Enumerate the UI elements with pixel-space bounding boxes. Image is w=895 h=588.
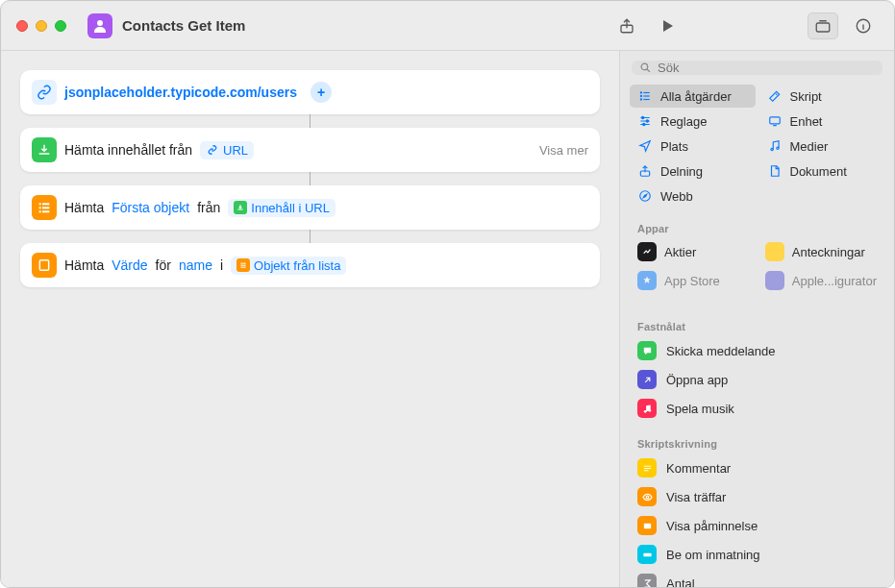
download-icon [32, 137, 57, 162]
category-scripting[interactable]: Skript [759, 85, 885, 108]
eye-icon [637, 487, 657, 506]
fullscreen-window-button[interactable] [55, 20, 66, 32]
alert-icon [637, 516, 657, 535]
category-controls[interactable]: Reglage [630, 110, 756, 133]
input-icon [637, 545, 657, 564]
pinned-header: Fastnålat [620, 313, 894, 336]
svg-point-25 [770, 148, 772, 150]
category-web[interactable]: Webb [630, 184, 756, 208]
svg-point-17 [640, 95, 642, 97]
library-button[interactable] [808, 12, 838, 39]
selector-param[interactable]: Första objekt [112, 200, 189, 215]
from-label: från [197, 200, 220, 215]
svg-point-34 [646, 496, 649, 499]
share-button[interactable] [611, 12, 642, 39]
apps-grid: Aktier Anteckningar App Store Apple...ig… [620, 238, 894, 302]
category-documents[interactable]: Dokument [759, 159, 885, 183]
url-value[interactable]: jsonplaceholder.typicode.com/users [64, 85, 297, 100]
link-mini-icon [206, 143, 219, 157]
svg-rect-32 [643, 468, 650, 469]
category-device[interactable]: Enhet [759, 110, 885, 133]
search-icon [639, 61, 652, 74]
get-contents-action[interactable]: Hämta innehållet från URL Visa mer [20, 128, 600, 172]
svg-rect-10 [39, 260, 48, 271]
app-notes[interactable]: Anteckningar [758, 238, 884, 265]
run-button[interactable] [652, 12, 683, 39]
value-param[interactable]: Värde [112, 257, 147, 273]
appstore-icon [637, 271, 657, 290]
category-all-actions[interactable]: Alla åtgärder [630, 85, 756, 108]
svg-point-14 [641, 63, 648, 70]
svg-rect-7 [42, 207, 49, 208]
category-media[interactable]: Medier [759, 135, 885, 158]
svg-rect-16 [643, 92, 649, 93]
svg-point-0 [97, 20, 103, 26]
message-icon [637, 341, 657, 360]
key-param[interactable]: name [179, 257, 212, 273]
document-icon [767, 163, 783, 179]
stocks-icon [637, 242, 657, 261]
svg-point-30 [648, 408, 651, 411]
minimize-window-button[interactable] [36, 20, 47, 32]
search-input[interactable] [658, 61, 875, 75]
wand-icon [767, 88, 783, 104]
app-appstore[interactable]: App Store [630, 267, 754, 294]
add-url-button[interactable]: + [311, 82, 332, 103]
scripting-show-alert[interactable]: Visa påminnelse [630, 511, 884, 540]
svg-point-23 [643, 123, 645, 125]
get-item-action[interactable]: Hämta Första objekt från Innehåll i URL [20, 185, 600, 230]
info-button[interactable] [848, 12, 879, 39]
url-action[interactable]: jsonplaceholder.typicode.com/users + [20, 70, 600, 114]
svg-rect-11 [240, 263, 245, 264]
in-label: i [220, 257, 223, 273]
device-icon [767, 113, 783, 129]
list-icon [32, 195, 57, 220]
category-location[interactable]: Plats [630, 135, 756, 158]
action-label: Hämta [64, 257, 104, 273]
window-body: jsonplaceholder.typicode.com/users + Häm… [1, 51, 894, 587]
action-label: Hämta innehållet från [64, 142, 192, 158]
open-icon [637, 370, 657, 389]
scripting-ask-input[interactable]: Be om inmatning [630, 540, 884, 569]
music-icon [767, 138, 783, 154]
location-icon [637, 138, 653, 154]
get-dictionary-value-action[interactable]: Hämta Värde för name i Objekt från lista [20, 243, 600, 287]
connector [310, 230, 311, 243]
svg-rect-4 [39, 203, 41, 205]
pinned-open-app[interactable]: Öppna app [630, 365, 884, 394]
app-stocks[interactable]: Aktier [630, 238, 754, 265]
svg-rect-13 [240, 267, 245, 268]
category-sharing[interactable]: Delning [630, 159, 756, 183]
scripting-comment[interactable]: Kommentar [630, 453, 884, 482]
safari-icon [637, 188, 653, 204]
url-variable[interactable]: URL [200, 141, 254, 159]
window-title: Contacts Get Item [122, 17, 602, 34]
svg-point-28 [640, 191, 651, 202]
music-app-icon [637, 399, 657, 418]
connector [310, 114, 311, 128]
list-bullet-icon [637, 88, 653, 104]
pinned-play-music[interactable]: Spela musik [630, 394, 884, 423]
svg-point-21 [642, 116, 644, 118]
sum-icon [637, 574, 657, 587]
workflow-canvas[interactable]: jsonplaceholder.typicode.com/users + Häm… [1, 51, 619, 587]
source-variable[interactable]: Objekt från lista [231, 257, 346, 275]
pinned-send-message[interactable]: Skicka meddelande [630, 336, 884, 365]
scripting-count[interactable]: Antal [630, 569, 884, 587]
pinned-list: Skicka meddelande Öppna app Spela musik [620, 336, 894, 423]
svg-rect-12 [240, 265, 245, 266]
svg-rect-6 [39, 207, 41, 208]
source-variable[interactable]: Innehåll i URL [228, 199, 336, 217]
svg-point-19 [640, 98, 642, 100]
close-window-button[interactable] [16, 20, 28, 32]
search-field[interactable] [632, 61, 883, 75]
svg-point-22 [646, 120, 648, 122]
list-mini-icon [236, 258, 250, 272]
scripting-show-result[interactable]: Visa träffar [630, 482, 884, 511]
svg-rect-9 [42, 210, 49, 212]
link-icon [32, 80, 57, 105]
show-more-button[interactable]: Visa mer [539, 143, 588, 158]
svg-point-26 [776, 147, 778, 149]
app-configurator[interactable]: Apple...igurator [758, 267, 884, 294]
action-library-sidebar: Alla åtgärder Skript Reglage Enhet Plats… [619, 51, 894, 587]
